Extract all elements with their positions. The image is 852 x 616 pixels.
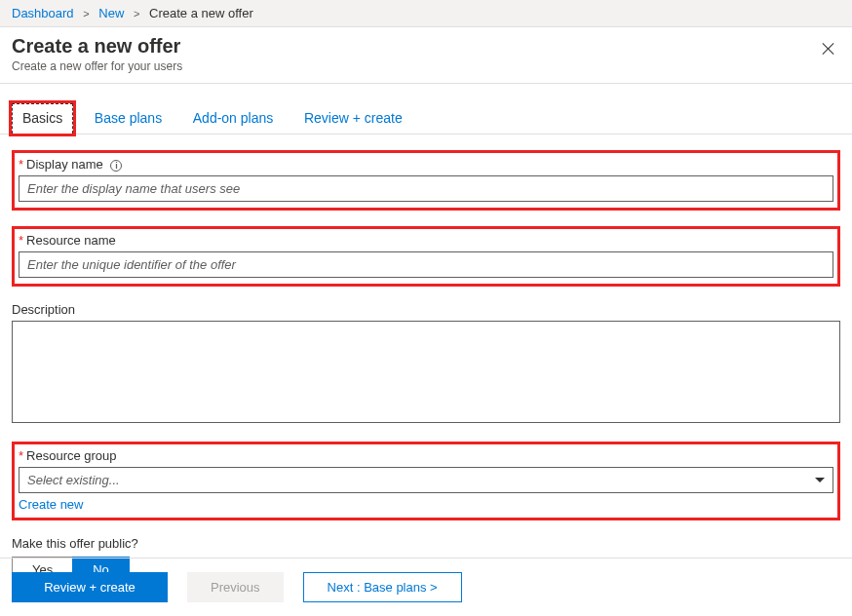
create-new-link[interactable]: Create new [19, 497, 83, 512]
required-asterisk: * [19, 233, 23, 248]
display-name-group: *Display name i [12, 150, 840, 211]
page-title: Create a new offer [12, 35, 840, 58]
description-input[interactable] [12, 321, 840, 423]
display-name-input[interactable] [19, 175, 833, 202]
chevron-down-icon [815, 478, 825, 482]
info-icon[interactable]: i [110, 160, 122, 172]
resource-name-group: *Resource name [12, 226, 840, 287]
required-asterisk: * [19, 448, 23, 463]
tab-basics[interactable]: Basics [12, 103, 73, 134]
resource-name-label: *Resource name [19, 233, 833, 248]
tabs-row: Basics Base plans Add-on plans Review + … [0, 84, 852, 135]
breadcrumb-current: Create a new offer [149, 6, 253, 20]
resource-name-input[interactable] [19, 251, 833, 278]
previous-button: Previous [187, 572, 284, 602]
breadcrumb-new[interactable]: New [98, 6, 124, 20]
tab-base-plans[interactable]: Base plans [85, 104, 172, 134]
page-subtitle: Create a new offer for your users [12, 59, 840, 73]
footer-bar: Review + create Previous Next : Base pla… [0, 558, 852, 616]
resource-group-group: *Resource group Select existing... Creat… [12, 442, 840, 520]
description-group: Description [12, 302, 840, 426]
review-create-button[interactable]: Review + create [12, 572, 168, 602]
tab-review-create[interactable]: Review + create [294, 104, 412, 134]
make-public-label: Make this offer public? [12, 536, 840, 551]
description-label: Description [12, 302, 840, 317]
breadcrumb-dashboard[interactable]: Dashboard [12, 6, 74, 20]
next-button[interactable]: Next : Base plans > [303, 572, 462, 602]
chevron-right-icon: > [134, 8, 139, 19]
display-name-label: *Display name i [19, 157, 833, 172]
page-header: Create a new offer Create a new offer fo… [0, 27, 852, 84]
resource-group-label: *Resource group [19, 448, 833, 463]
tab-add-on-plans[interactable]: Add-on plans [183, 104, 284, 134]
resource-group-value: Select existing... [27, 473, 120, 487]
form-area: *Display name i *Resource name Descripti… [0, 135, 852, 614]
close-icon[interactable] [821, 41, 836, 57]
breadcrumb: Dashboard > New > Create a new offer [0, 0, 852, 27]
chevron-right-icon: > [83, 8, 89, 19]
required-asterisk: * [19, 157, 23, 172]
resource-group-select[interactable]: Select existing... [19, 467, 833, 493]
